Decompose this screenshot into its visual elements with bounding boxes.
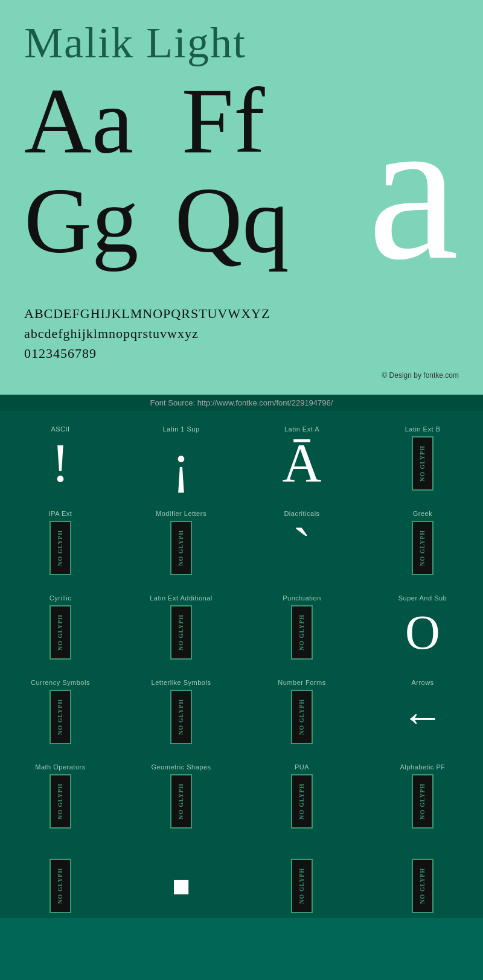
- letter-Ff: Ff: [182, 74, 265, 168]
- glyph-symbol: ¡: [172, 436, 190, 491]
- no-glyph-badge: NO GLYPH: [291, 605, 313, 660]
- preview-area: Malik Light Aa Ff Gg Qq a ABCDEFGHIJKLMN…: [0, 0, 483, 395]
- glyph-symbol: NO GLYPH: [170, 605, 192, 660]
- glyph-symbol: NO GLYPH: [291, 859, 313, 913]
- glyph-cell: NO GLYPH: [242, 833, 362, 918]
- glyph-symbol: Ā: [283, 436, 322, 491]
- glyph-symbol: NO GLYPH: [50, 605, 71, 660]
- big-letter-a: a: [368, 86, 459, 291]
- source-text: Font Source: http://www.fontke.com/font/…: [150, 398, 333, 407]
- no-glyph-badge: NO GLYPH: [291, 774, 313, 829]
- glyph-symbol: `: [293, 521, 311, 575]
- copyright: © Design by fontke.com: [24, 371, 459, 383]
- no-glyph-badge: NO GLYPH: [50, 605, 71, 660]
- glyph-label: Modifier Letters: [156, 510, 206, 517]
- glyph-label: Latin Ext B: [405, 425, 441, 433]
- alphabet-upper: ABCDEFGHIJKLMNOPQRSTUVWXYZ: [24, 304, 459, 323]
- no-glyph-badge: NO GLYPH: [50, 521, 71, 575]
- glyph-cell: NO GLYPH: [0, 833, 121, 918]
- glyph-cell: Modifier LettersNO GLYPH: [121, 495, 242, 580]
- glyph-label: IPA Ext: [49, 510, 72, 517]
- letter-Gg: Gg: [24, 174, 138, 267]
- glyph-symbol: NO GLYPH: [412, 859, 433, 913]
- no-glyph-badge: NO GLYPH: [412, 859, 433, 913]
- digits: 0123456789: [24, 343, 459, 363]
- glyph-cell: Super And SubO: [362, 580, 483, 664]
- glyph-label: Punctuation: [283, 594, 321, 602]
- glyph-label: Greek: [413, 510, 432, 517]
- glyph-symbol: NO GLYPH: [412, 436, 433, 491]
- no-glyph-badge: NO GLYPH: [170, 521, 192, 575]
- glyph-cell: Math OperatorsNO GLYPH: [0, 749, 121, 833]
- glyph-cell: ASCII!: [0, 411, 121, 495]
- glyph-cell: Diacriticals`: [242, 495, 362, 580]
- no-glyph-badge: NO GLYPH: [412, 436, 433, 491]
- glyph-label: Letterlike Symbols: [152, 679, 211, 686]
- no-glyph-badge: NO GLYPH: [170, 605, 192, 660]
- glyph-symbol: ■: [172, 859, 190, 913]
- glyph-symbol: O: [405, 605, 440, 660]
- glyph-cell: PunctuationNO GLYPH: [242, 580, 362, 664]
- glyph-cell: Latin Ext BNO GLYPH: [362, 411, 483, 495]
- glyph-symbol: NO GLYPH: [291, 605, 313, 660]
- no-glyph-badge: NO GLYPH: [50, 774, 71, 829]
- glyph-cell: Latin 1 Sup¡: [121, 411, 242, 495]
- no-glyph-badge: NO GLYPH: [412, 521, 433, 575]
- glyph-label: Currency Symbols: [31, 679, 90, 686]
- glyph-symbol: NO GLYPH: [412, 521, 433, 575]
- glyph-symbol: NO GLYPH: [170, 690, 192, 744]
- alphabet-lower: abcdefghijklmnopqrstuvwxyz: [24, 323, 459, 343]
- glyph-label: Alphabetic PF: [400, 763, 446, 771]
- letter-Qq: Qq: [174, 174, 289, 267]
- glyph-cell: Letterlike SymbolsNO GLYPH: [121, 664, 242, 749]
- glyph-label: Latin Ext A: [284, 425, 319, 433]
- glyph-cell: GreekNO GLYPH: [362, 495, 483, 580]
- letter-Aa: Aa: [24, 74, 133, 168]
- no-glyph-badge: NO GLYPH: [291, 859, 313, 913]
- glyph-symbol: NO GLYPH: [50, 859, 71, 913]
- glyph-label: Cyrillic: [50, 594, 71, 602]
- source-bar: Font Source: http://www.fontke.com/font/…: [0, 395, 483, 411]
- glyph-symbol: NO GLYPH: [170, 774, 192, 829]
- glyph-cell: Arrows←: [362, 664, 483, 749]
- glyph-label: Diacriticals: [284, 510, 319, 517]
- font-title: Malik Light: [24, 18, 459, 68]
- glyph-cell: IPA ExtNO GLYPH: [0, 495, 121, 580]
- glyph-symbol: !: [51, 436, 69, 491]
- glyph-cell: PUANO GLYPH: [242, 749, 362, 833]
- glyph-symbol: NO GLYPH: [291, 690, 313, 744]
- no-glyph-badge: NO GLYPH: [170, 690, 192, 744]
- glyph-cell: Latin Ext AdditionalNO GLYPH: [121, 580, 242, 664]
- glyph-label: Arrows: [411, 679, 433, 686]
- no-glyph-badge: NO GLYPH: [412, 774, 433, 829]
- glyph-symbol: NO GLYPH: [170, 521, 192, 575]
- glyph-cell: NO GLYPH: [362, 833, 483, 918]
- glyph-cell: ■: [121, 833, 242, 918]
- glyph-cell: Alphabetic PFNO GLYPH: [362, 749, 483, 833]
- glyph-symbol: NO GLYPH: [50, 521, 71, 575]
- no-glyph-badge: NO GLYPH: [50, 690, 71, 744]
- no-glyph-badge: NO GLYPH: [170, 774, 192, 829]
- glyph-label: Number Forms: [278, 679, 325, 686]
- glyph-symbol: NO GLYPH: [50, 690, 71, 744]
- glyph-label: Latin 1 Sup: [162, 425, 199, 433]
- glyph-symbol: ←: [401, 690, 444, 744]
- no-glyph-badge: NO GLYPH: [291, 690, 313, 744]
- glyph-grid: ASCII!Latin 1 Sup¡Latin Ext AĀLatin Ext …: [0, 411, 483, 918]
- no-glyph-badge: NO GLYPH: [50, 859, 71, 913]
- glyph-label: PUA: [295, 763, 309, 771]
- glyph-symbol: NO GLYPH: [412, 774, 433, 829]
- glyph-label: Latin Ext Additional: [150, 594, 213, 602]
- glyph-cell: Currency SymbolsNO GLYPH: [0, 664, 121, 749]
- glyph-symbol: NO GLYPH: [50, 774, 71, 829]
- alphabet-section: ABCDEFGHIJKLMNOPQRSTUVWXYZ abcdefghijklm…: [24, 298, 459, 366]
- glyph-symbol: NO GLYPH: [291, 774, 313, 829]
- glyph-cell: Number FormsNO GLYPH: [242, 664, 362, 749]
- glyph-label: Geometric Shapes: [151, 763, 211, 771]
- glyph-cell: Latin Ext AĀ: [242, 411, 362, 495]
- glyph-label: ASCII: [51, 425, 69, 433]
- glyph-label: Math Operators: [35, 763, 85, 771]
- glyph-cell: CyrillicNO GLYPH: [0, 580, 121, 664]
- glyph-label: Super And Sub: [398, 594, 447, 602]
- glyph-cell: Geometric ShapesNO GLYPH: [121, 749, 242, 833]
